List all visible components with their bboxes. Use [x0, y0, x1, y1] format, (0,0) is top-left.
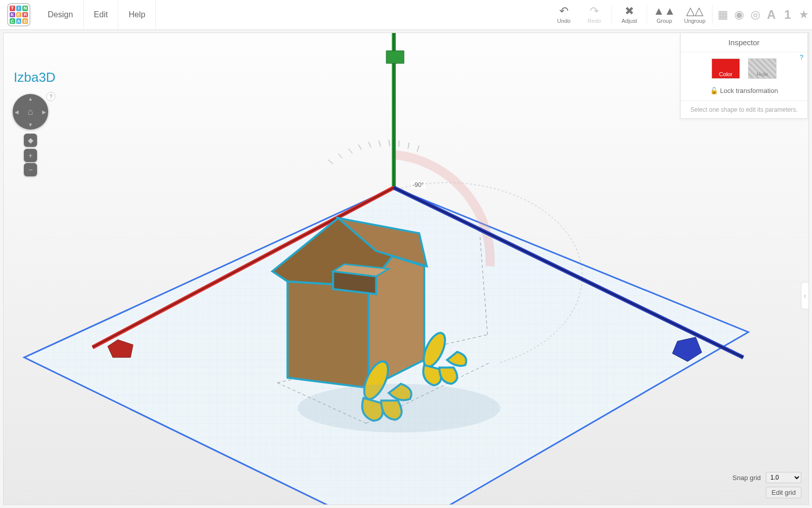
adjust-label: Adjust [622, 18, 637, 24]
plus-icon: + [28, 151, 32, 160]
color-label: Color [719, 71, 732, 77]
app-logo[interactable]: TIN KER CAD [7, 3, 30, 26]
shape-cube-tool[interactable]: ◉ [731, 0, 747, 29]
adjust-button[interactable]: ✖ Adjust [614, 0, 645, 29]
ungroup-label: Ungroup [684, 18, 705, 24]
menu-help[interactable]: Help [118, 0, 156, 29]
group-label: Group [657, 18, 672, 24]
chevron-left-icon: ‹ [804, 292, 806, 300]
svg-line-9 [389, 140, 390, 146]
shape-cube-outline-tool[interactable]: ◎ [747, 0, 763, 29]
shape-panel-toggle[interactable]: ‹ [801, 282, 808, 309]
separator [612, 5, 612, 25]
minus-icon: − [28, 166, 32, 174]
favorites-tool[interactable]: ★ [796, 0, 812, 29]
fit-view-button[interactable]: ◆ [24, 134, 37, 147]
number-tool[interactable]: 1 [780, 0, 796, 29]
arrow-left-icon: ◀ [15, 109, 19, 115]
svg-marker-23 [288, 281, 369, 388]
redo-icon: ↷ [590, 6, 599, 17]
main-menu: Design Edit Help [38, 0, 156, 29]
zoom-out-button[interactable]: − [24, 163, 37, 176]
hole-label: Hole [757, 71, 768, 77]
view-orbit-control[interactable]: ⌂ ▲ ▼ ◀ ▶ [13, 94, 48, 130]
grid-icon: ▦ [718, 8, 728, 21]
redo-label: Redo [588, 18, 601, 24]
snap-grid-label: Snap grid [732, 474, 761, 482]
menu-design[interactable]: Design [38, 0, 84, 29]
hole-swatch[interactable]: Hole [748, 58, 776, 79]
group-button[interactable]: ▲▲ Group [649, 0, 680, 29]
zoom-in-button[interactable]: + [24, 149, 37, 162]
rotation-angle-label: -90° [411, 181, 426, 189]
redo-button[interactable]: ↷ Redo [579, 0, 610, 29]
undo-label: Undo [557, 18, 570, 24]
workplane-tool[interactable]: ▦ [715, 0, 731, 29]
project-title[interactable]: Izba3D [14, 70, 55, 85]
inspector-help[interactable]: ? [800, 53, 803, 61]
arrow-down-icon: ▼ [28, 122, 33, 128]
view-help-badge[interactable]: ? [46, 92, 55, 101]
arrow-right-icon: ▶ [42, 109, 46, 115]
number-1-icon: 1 [784, 8, 791, 22]
cube-outline-icon: ◎ [751, 8, 760, 21]
ungroup-button[interactable]: △△ Ungroup [680, 0, 710, 29]
undo-icon: ↶ [559, 6, 568, 17]
svg-line-8 [379, 141, 381, 147]
inspector-panel: Inspector ? Color Hole 🔓 Lock transforma… [680, 33, 808, 119]
svg-line-3 [328, 160, 333, 164]
cube-solid-icon: ◉ [734, 8, 744, 21]
letter-a-icon: A [767, 8, 775, 22]
svg-line-6 [358, 145, 361, 150]
svg-line-4 [338, 153, 342, 158]
inspector-title: Inspector [681, 33, 807, 52]
svg-line-5 [348, 149, 352, 153]
menu-edit[interactable]: Edit [84, 0, 119, 29]
undo-button[interactable]: ↶ Undo [549, 0, 579, 29]
edit-grid-button[interactable]: Edit grid [766, 487, 801, 498]
svg-line-11 [408, 143, 409, 149]
home-icon: ⌂ [28, 107, 33, 117]
ungroup-icon: △△ [686, 6, 703, 17]
svg-line-7 [368, 142, 371, 148]
lock-label: Lock transformation [720, 87, 778, 94]
text-tool[interactable]: A [763, 0, 780, 29]
snap-grid-select[interactable]: 1.0 [766, 472, 801, 483]
svg-point-30 [297, 384, 500, 433]
star-icon: ★ [799, 8, 809, 21]
adjust-icon: ✖ [625, 6, 634, 17]
svg-marker-21 [386, 51, 404, 64]
cube-icon: ◆ [28, 136, 33, 144]
separator [712, 5, 713, 25]
group-icon: ▲▲ [653, 6, 675, 17]
svg-line-12 [417, 146, 419, 152]
lock-icon: 🔓 [710, 87, 718, 94]
inspector-hint: Select one shape to edit its parameters. [681, 101, 807, 118]
top-bar: TIN KER CAD Design Edit Help ↶ Undo ↷ Re… [0, 0, 812, 30]
arrow-up-icon: ▲ [28, 96, 33, 102]
top-tools: ↶ Undo ↷ Redo ✖ Adjust ▲▲ Group △△ Ungro… [549, 0, 812, 29]
separator [647, 5, 647, 25]
lock-transformation[interactable]: 🔓 Lock transformation [681, 84, 807, 101]
color-swatch[interactable]: Color [712, 58, 740, 79]
